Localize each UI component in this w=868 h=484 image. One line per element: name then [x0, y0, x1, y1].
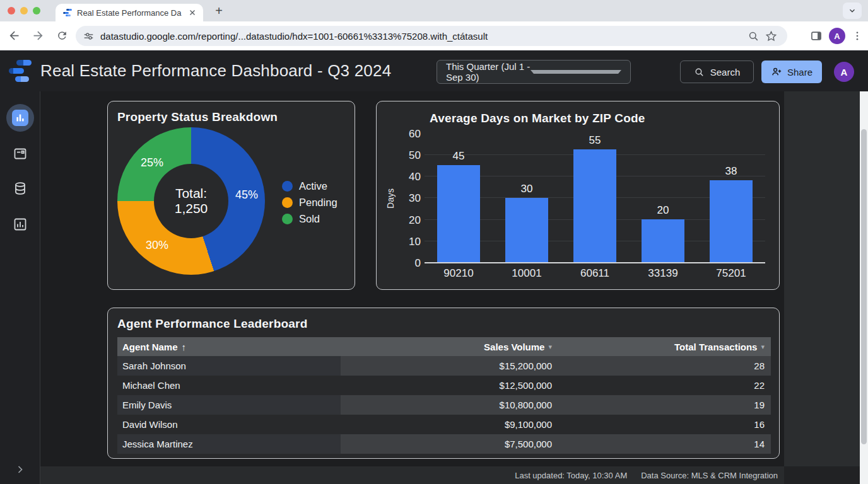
- canvas-corner: [784, 466, 860, 484]
- account-avatar[interactable]: A: [834, 62, 854, 82]
- page-title: Real Estate Performance Dashboard - Q3 2…: [40, 61, 391, 81]
- more-menu-button[interactable]: [852, 30, 863, 42]
- tab-close-icon[interactable]: [187, 7, 198, 18]
- legend-dot-pending: [282, 197, 293, 208]
- table-row[interactable]: Jessica Martinez $7,500,000 14: [117, 434, 771, 454]
- sidebar-item-analytics[interactable]: [0, 210, 40, 238]
- legend-label: Pending: [299, 197, 337, 209]
- donut-center: Total: 1,250: [154, 164, 228, 238]
- agent-name-cell: Michael Chen: [117, 376, 341, 395]
- reload-icon: [56, 30, 68, 42]
- bar-value-label: 55: [589, 134, 601, 147]
- data-source-text: Data Source: MLS & CRM Integration: [641, 471, 778, 480]
- bar-chart-title: Average Days on Market by ZIP Code: [430, 112, 645, 125]
- x-tick: 33139: [629, 267, 697, 280]
- search-icon: [694, 67, 705, 78]
- window-zoom-button[interactable]: [33, 7, 40, 14]
- page-zoom-icon[interactable]: [744, 27, 762, 45]
- url-text: datastudio.google.com/reporting/...datas…: [100, 31, 744, 42]
- forward-button[interactable]: [28, 26, 48, 46]
- more-menu-icon: [852, 30, 863, 42]
- tab-title: Real Estate Performance Da: [77, 8, 187, 18]
- table-row[interactable]: David Wilson $9,100,000 16: [117, 415, 771, 434]
- transactions-cell: 22: [556, 376, 771, 395]
- chevron-right-icon: [14, 463, 26, 476]
- search-button[interactable]: Search: [680, 60, 754, 83]
- report-window-icon: [13, 146, 28, 161]
- column-header-sales-volume[interactable]: Sales Volume▾: [341, 337, 556, 356]
- slice-label-active: 45%: [228, 188, 266, 202]
- sales-volume-cell: $10,800,000: [341, 395, 556, 415]
- window-minimize-button[interactable]: [20, 7, 28, 14]
- bar[interactable]: [573, 149, 616, 262]
- browser-tab[interactable]: Real Estate Performance Da: [56, 4, 203, 21]
- database-icon: [13, 181, 28, 197]
- legend-dot-active: [282, 181, 293, 192]
- last-updated-text: Last updated: Today, 10:30 AM: [515, 471, 627, 480]
- bar-plot-area: 45 30 55 20 38: [425, 134, 765, 263]
- date-range-dropdown[interactable]: This Quarter (Jul 1 - Sep 30): [437, 60, 631, 84]
- date-range-value: This Quarter (Jul 1 - Sep 30): [446, 61, 531, 83]
- x-tick: 60611: [561, 267, 629, 280]
- tab-search-button[interactable]: [843, 3, 862, 19]
- legend-item-sold[interactable]: Sold: [282, 210, 337, 227]
- y-tick: 10: [409, 236, 421, 248]
- person-add-icon: [771, 66, 782, 78]
- dashboard-header: Real Estate Performance Dashboard - Q3 2…: [0, 50, 868, 91]
- bar-chart-tile-icon: [12, 110, 28, 126]
- scrollbar-track[interactable]: [860, 91, 868, 484]
- legend-label: Active: [299, 180, 327, 192]
- browser-avatar[interactable]: A: [829, 28, 845, 44]
- table-row[interactable]: Sarah Johnson $15,200,000 28: [117, 356, 771, 376]
- sidebar-collapse-button[interactable]: [0, 460, 40, 479]
- transactions-cell: 19: [556, 395, 771, 415]
- table-row[interactable]: Michael Chen $12,500,000 22: [117, 376, 771, 395]
- chart-square-icon: [13, 217, 28, 232]
- x-tick: 75201: [697, 267, 765, 280]
- legend-item-active[interactable]: Active: [282, 178, 337, 194]
- legend-item-pending[interactable]: Pending: [282, 194, 337, 210]
- bar[interactable]: [505, 198, 548, 263]
- sidebar-item-data-sources[interactable]: [0, 175, 40, 203]
- tab-favicon: [63, 8, 72, 17]
- table-row[interactable]: Emily Davis $10,800,000 19: [117, 395, 771, 415]
- y-tick: 60: [409, 128, 421, 141]
- sales-volume-cell: $7,500,000: [341, 434, 556, 454]
- sort-asc-icon: ↑: [182, 342, 187, 352]
- address-bar[interactable]: datastudio.google.com/reporting/...datas…: [76, 26, 787, 46]
- donut-center-title: Total:: [175, 186, 207, 201]
- y-tick: 40: [409, 171, 421, 183]
- bar[interactable]: [642, 219, 684, 262]
- agent-name-cell: Sarah Johnson: [117, 356, 341, 376]
- side-panel-icon: [810, 30, 823, 42]
- new-tab-button[interactable]: +: [211, 3, 227, 19]
- share-button[interactable]: Share: [761, 60, 822, 83]
- x-axis-labels: 90210 10001 60611 33139 75201: [425, 267, 765, 280]
- transactions-cell: 16: [556, 415, 771, 434]
- sidebar-item-reports[interactable]: [0, 140, 40, 168]
- column-header-agent-name[interactable]: Agent Name↑: [117, 337, 341, 356]
- bar[interactable]: [437, 165, 480, 262]
- sidebar-item-dashboard[interactable]: [0, 104, 40, 132]
- looker-studio-logo: [9, 60, 32, 83]
- agent-name-cell: David Wilson: [117, 415, 341, 434]
- table-row-partial: [117, 454, 771, 459]
- back-button[interactable]: [4, 26, 24, 46]
- window-close-button[interactable]: [8, 7, 15, 14]
- site-info-icon[interactable]: [83, 31, 94, 42]
- report-canvas: Property Status Breakdown Total: 1,250 4…: [40, 91, 860, 484]
- dropdown-caret-icon: [531, 70, 621, 74]
- side-panel-button[interactable]: [810, 30, 823, 42]
- bookmark-star-icon[interactable]: [762, 27, 780, 45]
- scrollbar-thumb[interactable]: [861, 129, 867, 444]
- transactions-cell: 14: [556, 434, 771, 454]
- property-status-card: Property Status Breakdown Total: 1,250 4…: [107, 101, 355, 290]
- slice-label-sold: 25%: [133, 156, 171, 170]
- donut-chart-title: Property Status Breakdown: [117, 110, 278, 124]
- column-header-total-transactions[interactable]: Total Transactions▾: [556, 337, 771, 356]
- bar[interactable]: [710, 180, 753, 262]
- leaderboard-card: Agent Performance Leaderboard Agent Name…: [107, 308, 780, 459]
- slice-label-pending: 30%: [138, 239, 176, 252]
- agent-name-cell: Jessica Martinez: [117, 434, 341, 454]
- reload-button[interactable]: [52, 26, 72, 46]
